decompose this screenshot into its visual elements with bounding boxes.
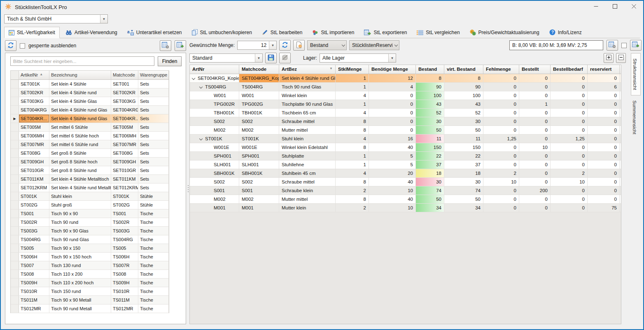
minimize-button[interactable] [586, 1, 605, 13]
column-header-virt-bestand[interactable]: virt. Bestand [444, 65, 483, 74]
column-header-bezeichnung[interactable]: Bezeichnung [49, 71, 111, 79]
side-tab-summenansicht[interactable]: Summenansicht [631, 95, 641, 139]
table-row[interactable]: TS003GTisch 90 x 90 GlasTS003GTische [11, 227, 169, 235]
table-row[interactable]: ▶SET004KR...Set klein 4 Stühle rund Glas… [11, 114, 169, 123]
table-row[interactable]: SET008GSet groß 8 StühleSET008GSets [11, 149, 169, 158]
table-row[interactable]: SET004KRGSet klein 4 Stühle rund GlasSET… [11, 106, 169, 114]
table-row[interactable]: SET007MRSet mittel 6 Stühle rundSET007MR… [11, 140, 169, 149]
tab-stl-verf-gbarkeit[interactable]: StL-Verfügbarkeit [4, 27, 60, 38]
table-row[interactable]: SET006MHSet mittel 6 Stühle hochSET006MH… [11, 132, 169, 140]
tree-row[interactable]: SET004KRG_KopieSET004KRG_KopieSet klein … [190, 74, 621, 83]
tree-row[interactable]: ST001KST001KStuhl klein41611111,2501,250 [190, 135, 621, 143]
options-button[interactable] [293, 40, 305, 51]
tab-stl-umbuchen-kopieren[interactable]: StL umbuchen/kopieren [188, 27, 256, 38]
expander-icon[interactable] [192, 77, 195, 80]
table-row[interactable]: SET002KRSet klein 4 Stühle rundSET002KRS… [11, 88, 169, 97]
column-header-artbez[interactable]: ArtBez▼ [279, 65, 336, 74]
toolbar-checkbox[interactable] [621, 43, 627, 48]
table-row[interactable]: SET011KMSet klein 4 Stühle MetalltischSE… [11, 175, 169, 184]
expander-icon[interactable] [199, 137, 203, 140]
table-row[interactable]: SET005MSet mittel 6 StühleSET005MSets [11, 123, 169, 132]
tree-row[interactable]: SPH001SPH001Stuhlplatte1522220000 [190, 152, 621, 160]
column-header-ben-tige-menge[interactable]: Benötige Menge [369, 65, 416, 74]
tab-info-lizenz[interactable]: ?Info/Lizenz [545, 27, 586, 38]
tree-row[interactable]: TBH001KTBH001KTischbein 65 cm4052520000 [190, 109, 621, 117]
tree-row[interactable]: M001M001Mutter klein210343400075 [190, 204, 621, 212]
table-export-button[interactable] [175, 40, 186, 51]
table-row[interactable]: ST001KStuhl kleinST001KStühle [11, 192, 169, 201]
column-header-artnr[interactable]: ArtNr [190, 65, 239, 74]
table-row[interactable]: TS004RGTisch 90 rund GlasTS004RGTische [11, 235, 169, 244]
tree-row[interactable]: W001EW001EWinkel klein Edelstahl84015015… [190, 143, 621, 152]
tab-stl-importieren[interactable]: StL importieren [308, 27, 358, 38]
tree-row[interactable]: S002S002Schraube mittel8030300000 [190, 117, 621, 126]
panel-splitter[interactable] [187, 53, 189, 324]
table-row[interactable]: TS007Tisch 130 rundTS007RTische [11, 261, 169, 270]
chevron-down-icon[interactable]: ▼ [388, 54, 396, 62]
column-header-bestellbedarf[interactable]: Bestellbedarf [551, 65, 588, 74]
tab-stl-bearbeiten[interactable]: StL bearbeiten [258, 27, 307, 38]
table-row[interactable]: SET010GRSet groß 8 Stühle rundSET010GRSe… [11, 166, 169, 175]
reserve-combobox[interactable]: StücklistenReservier [349, 40, 399, 50]
table-row[interactable]: TS002RTisch 90 rundTS002RTische [11, 218, 169, 227]
table-row[interactable]: TS010RTisch 150 rundTS010RTische [11, 287, 169, 296]
column-header-stklmenge[interactable]: StklMenge [336, 65, 369, 74]
table-row[interactable]: TS006HTisch 90 x 150 hochTS006HTische [11, 253, 169, 261]
column-header-matchcode[interactable]: Matchcode [111, 71, 138, 79]
tab-unterartikel-ersetzen[interactable]: aUnterartikel ersetzen [123, 27, 186, 38]
close-button[interactable] [624, 1, 643, 13]
tab-stl-exportieren[interactable]: StL exportieren [360, 27, 411, 38]
tree-row[interactable]: TPG002RTPG002GTischplatte 90 rund Glas10… [190, 100, 621, 109]
column-header-matchcode[interactable]: Matchcode [239, 65, 279, 74]
column-header-warengruppe[interactable]: Warengruppe [138, 71, 169, 79]
chevron-down-icon[interactable]: ▼ [269, 41, 276, 49]
hide-locked-checkbox[interactable] [20, 43, 25, 49]
table-row[interactable]: TS012MRTisch 90 rund MetallTS012MRTische [11, 304, 169, 313]
maximize-button[interactable] [605, 1, 624, 13]
table-row[interactable]: TS009HTisch 110 x 200 hochTS009HTische [11, 279, 169, 287]
table-row[interactable]: SET012KRMSet klein 4 Stühle rund Metallt… [11, 184, 169, 192]
table-row[interactable]: ST002GStuhl großST002GStühle [11, 201, 169, 209]
table-row[interactable]: SET009GHSet groß 8 Stühle hochSET009GHSe… [11, 158, 169, 166]
tree-row[interactable]: M002M002Mutter mittel84050500000 [190, 195, 621, 204]
chevron-down-icon[interactable]: ▼ [255, 54, 262, 62]
table-row[interactable]: SET001KSet klein 4 StühleSET001Sets [11, 80, 169, 88]
tree-row[interactable]: TS004RGTS004RGTisch 90 rund Glas14909000… [190, 83, 621, 91]
save-layout-button[interactable] [265, 53, 277, 63]
tree-row[interactable]: W001W001Winkel klein401001000000 [190, 91, 621, 100]
column-header-artikelnr[interactable]: ArtikelNr▲ [19, 71, 49, 79]
find-button[interactable]: Finden [158, 56, 182, 66]
tree-settings-button[interactable] [607, 40, 618, 51]
quantity-stepper[interactable]: 12 ▼ [237, 41, 277, 50]
refresh-button[interactable] [5, 40, 16, 51]
tree-row[interactable]: M002M002Mutter mittel8050500000 [190, 126, 621, 135]
tab-artikel-verwendung[interactable]: Artikel-Verwendung [61, 27, 121, 38]
expand-all-button[interactable] [604, 53, 614, 63]
search-input[interactable] [10, 56, 154, 66]
tree-row[interactable]: S002S002Schraube mittel8403030100100 [190, 178, 621, 186]
table-settings-button[interactable] [160, 40, 171, 51]
tab-stl-vergleichen[interactable]: StL vergleichen [413, 27, 464, 38]
column-header-bestellt[interactable]: Bestellt [519, 65, 551, 74]
collapse-all-button[interactable] [616, 53, 626, 63]
company-combobox[interactable]: Tisch & Stuhl GmbH ▼ [4, 14, 108, 23]
column-header-fehlmenge[interactable]: Fehlmenge [483, 65, 519, 74]
recalculate-button[interactable] [279, 40, 291, 51]
tree-row[interactable]: S001S001Schraube klein2107474020000 [190, 186, 621, 195]
column-header-bestand[interactable]: Bestand [416, 65, 444, 74]
mode-combobox[interactable]: Bestand [307, 40, 347, 50]
table-row[interactable]: TS008Tisch 110 x 200TS008Tische [11, 270, 169, 279]
tab-preis-gewichtaktualisierung[interactable]: €$Preis/Gewichtaktualisierung [466, 27, 544, 38]
table-row[interactable]: TS005Tisch 90 x 150TS005Tische [11, 244, 169, 253]
column-header-reserviert[interactable]: reserviert [588, 65, 620, 74]
tree-row[interactable]: SLH001SLH001Stuhllehne1537370000 [190, 160, 621, 169]
delete-layout-button[interactable] [279, 53, 291, 63]
side-tab-strukturansicht[interactable]: Strukturansicht [631, 53, 641, 95]
table-row[interactable]: TS011MTisch 90 x 90 MetallTS011MTische [11, 296, 169, 304]
tree-export-button[interactable] [630, 40, 642, 51]
expander-icon[interactable] [199, 85, 203, 88]
layout-combobox[interactable]: Standard ▼ [189, 53, 263, 63]
table-row[interactable]: TS001Tisch 90 x 90TS001Tische [11, 209, 169, 218]
tree-row[interactable]: SBH001KSBH001KStuhlbein 45 cm42018182020 [190, 169, 621, 178]
table-row[interactable]: SET003KGSet klein 4 Stühle GlasSET003KGS… [11, 97, 169, 106]
